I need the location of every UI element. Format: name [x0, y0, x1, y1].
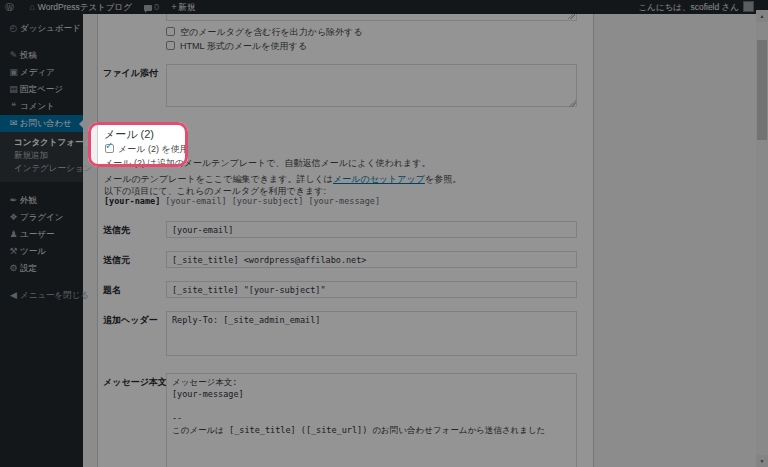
site-name: WordPressテストブログ	[38, 2, 132, 12]
appearance-icon: ✒	[7, 192, 20, 209]
site-menu[interactable]: ⌂WordPressテストブログ	[24, 0, 137, 14]
sidebar-item-comments[interactable]: ❝コメント	[0, 98, 83, 115]
option-checkbox-label: 空のメールタグを含む行を出力から除外する	[180, 26, 363, 39]
home-icon: ⌂	[29, 2, 34, 12]
mail2-additional-headers-field[interactable]	[166, 311, 577, 356]
sidebar-item-label: 設定	[20, 263, 37, 273]
sidebar-item-plugins[interactable]: ❖プラグイン	[0, 209, 83, 226]
mail2-use-checkbox[interactable]: ✓	[105, 144, 114, 153]
mail2-body-field[interactable]	[166, 373, 577, 467]
menu-separator	[0, 277, 83, 287]
option-checkbox[interactable]	[166, 27, 175, 36]
field-label-mail2-body: メッセージ本文	[103, 376, 167, 389]
sidebar-item-label: ダッシュボード	[20, 23, 81, 33]
sidebar-subitem-add-new[interactable]: 新規追加	[0, 149, 83, 162]
mail-panel: 空のメールタグを含む行を出力から除外するHTML 形式のメールを使用する ファイ…	[0, 0, 768, 467]
scroll-up-arrow-icon[interactable]: ▲	[756, 10, 768, 22]
settings-icon: ⚙	[7, 260, 20, 277]
sidebar-item-media[interactable]: ▣メディア	[0, 64, 83, 81]
mail2-usage-description: メール (2) は追加のメールテンプレートで、自動返信メールによく使われます。	[104, 157, 430, 170]
avatar	[743, 1, 754, 12]
mail-tag: [your-name]	[104, 196, 160, 206]
active-menu-arrow	[75, 120, 83, 128]
tools-icon: ⚒	[7, 243, 20, 260]
new-label: 新規	[178, 2, 195, 12]
sidebar-item-contact[interactable]: ✉お問い合わせ	[0, 115, 83, 132]
sidebar-item-label: メニューを閉じる	[20, 290, 89, 300]
mail2-use-label: メール (2) を使用	[118, 143, 189, 156]
plugins-icon: ❖	[7, 209, 20, 226]
admin-sidebar: ◴ダッシュボード✎投稿▣メディア▤固定ページ❝コメント✉お問い合わせコンタクトフ…	[0, 14, 83, 467]
sidebar-item-label: 外観	[20, 195, 37, 205]
file-attachments-field[interactable]	[166, 64, 577, 107]
plus-icon: +	[171, 2, 176, 12]
collapse-menu-icon: ◀	[7, 287, 20, 304]
field-label-mail2-additional-headers: 追加ヘッダー	[103, 314, 158, 327]
users-icon: ♟	[7, 226, 20, 243]
checkmark-icon: ✓	[105, 141, 113, 151]
mail-tags-list: [your-name][your-email][your-subject][yo…	[104, 196, 385, 206]
sidebar-subitem-integration[interactable]: インテグレーション	[0, 162, 83, 175]
desc-text: メールのテンプレートをここで編集できます。詳しくは	[104, 174, 333, 184]
sidebar-item-dashboard[interactable]: ◴ダッシュボード	[0, 20, 83, 37]
sidebar-item-label: ツール	[20, 246, 46, 256]
admin-bar: Ⓦ ⌂WordPressテストブログ 0 +新規 こんにちは、scofield …	[0, 0, 768, 14]
previous-textarea-remnant[interactable]	[166, 14, 577, 21]
desc-text: を参照。	[425, 174, 461, 184]
sidebar-item-posts[interactable]: ✎投稿	[0, 47, 83, 64]
mail-tag: [your-email]	[165, 196, 226, 206]
comments-count: 0	[154, 2, 159, 12]
sidebar-item-users[interactable]: ♟ユーザー	[0, 226, 83, 243]
comments-icon: ❝	[7, 98, 20, 115]
file-attachments-label: ファイル添付	[103, 67, 158, 80]
howdy-greeting[interactable]: こんにちは、scofield さん	[638, 2, 739, 12]
sidebar-item-label: メディア	[20, 67, 55, 77]
mail2-recipient-field[interactable]	[166, 221, 577, 238]
mail2-sender-field[interactable]	[166, 251, 577, 268]
contact-submenu: コンタクトフォーム新規追加インテグレーション	[0, 132, 83, 182]
dashboard-icon: ◴	[7, 20, 20, 37]
sidebar-item-label: 固定ページ	[20, 84, 63, 94]
sidebar-item-collapse[interactable]: ◀メニューを閉じる	[0, 287, 83, 304]
scroll-down-arrow-icon[interactable]: ▼	[756, 455, 768, 467]
sidebar-item-settings[interactable]: ⚙設定	[0, 260, 83, 277]
field-label-mail2-subject: 題名	[103, 284, 121, 297]
field-label-mail2-sender: 送信元	[103, 254, 130, 267]
mail-setup-link[interactable]: メールのセットアップ	[333, 174, 425, 184]
sidebar-subitem-contact-forms[interactable]: コンタクトフォーム	[0, 136, 83, 149]
field-label-mail2-recipient: 送信先	[103, 224, 130, 237]
sidebar-item-label: 投稿	[20, 50, 37, 60]
wordpress-logo-icon: Ⓦ	[5, 2, 14, 12]
mail-tag: [your-subject]	[232, 196, 304, 206]
pages-icon: ▤	[7, 81, 20, 98]
sidebar-item-label: お問い合わせ	[20, 118, 72, 128]
scrollbar-thumb[interactable]	[757, 40, 767, 140]
mail-icon: ✉	[7, 115, 20, 132]
comments-bubble-icon	[144, 5, 152, 11]
option-checkbox[interactable]	[166, 41, 175, 50]
sidebar-item-label: ユーザー	[20, 229, 54, 239]
menu-separator	[0, 182, 83, 192]
mail2-subject-field[interactable]	[166, 281, 577, 298]
sidebar-item-pages[interactable]: ▤固定ページ	[0, 81, 83, 98]
sidebar-item-appearance[interactable]: ✒外観	[0, 192, 83, 209]
admin-menu: ◴ダッシュボード✎投稿▣メディア▤固定ページ❝コメント✉お問い合わせコンタクトフ…	[0, 20, 83, 304]
wordpress-admin-screen: Ⓦ ⌂WordPressテストブログ 0 +新規 こんにちは、scofield …	[0, 0, 768, 467]
posts-icon: ✎	[7, 47, 20, 64]
menu-separator	[0, 37, 83, 47]
comments-menu[interactable]: 0	[139, 0, 164, 14]
sidebar-item-tools[interactable]: ⚒ツール	[0, 243, 83, 260]
new-content-menu[interactable]: +新規	[166, 0, 200, 14]
wp-logo-menu[interactable]: Ⓦ	[0, 0, 22, 14]
resize-grip-icon[interactable]	[569, 100, 576, 107]
sidebar-item-label: コメント	[20, 101, 55, 111]
sidebar-item-label: プラグイン	[20, 212, 64, 222]
scrollbar[interactable]: ▲ ▼	[756, 10, 768, 467]
mail-tag: [your-message]	[308, 196, 380, 206]
option-checkbox-label: HTML 形式のメールを使用する	[180, 40, 307, 53]
media-icon: ▣	[7, 64, 20, 81]
